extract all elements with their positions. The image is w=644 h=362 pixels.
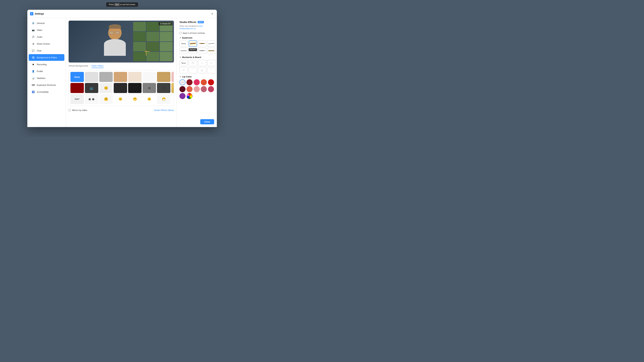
sidebar-item-keyboard-shortcuts[interactable]: ⌨ Keyboard Shortcuts — [29, 82, 64, 88]
filter-dots[interactable] — [114, 83, 127, 93]
eyebrow-none[interactable]: None — [180, 40, 188, 47]
filter-dotsbig[interactable] — [128, 83, 142, 93]
sidebar-item-statistics[interactable]: 📊 Statistics — [29, 75, 64, 81]
apply-checkbox[interactable] — [180, 32, 182, 34]
dialog-close-x-button[interactable]: ✕ — [210, 12, 214, 16]
mustache-m3[interactable]: ○ — [207, 60, 216, 66]
bottom-bar: Mirror my video Studio Effects (Beta) — [68, 108, 174, 112]
lip-none[interactable]: ⊘ — [180, 79, 186, 85]
sidebar-label-video: Video — [37, 29, 42, 31]
filter-face4[interactable]: 🤭 — [128, 94, 142, 104]
sidebar-label-audio: Audio — [37, 36, 42, 38]
lip-rainbow[interactable] — [186, 93, 192, 99]
mustache-title: Mustache & Beard — [182, 56, 201, 58]
gear-icon: ⚙️ — [31, 21, 35, 25]
settings-dialog: Z Settings ✕ ⚙️ General 📷 Video 🎵 Audio … — [27, 10, 217, 127]
filter-emoji-sun[interactable]: 😊 — [99, 83, 113, 93]
filter-white[interactable] — [142, 72, 156, 82]
filter-tv[interactable]: 📺 — [85, 83, 98, 93]
lip-red[interactable] — [208, 79, 214, 85]
video-icon: 📷 — [31, 28, 35, 32]
lip-coral[interactable] — [186, 86, 192, 92]
eyebrows-grid: None Alt Arch — [180, 40, 214, 54]
eyebrow-curve[interactable] — [198, 48, 206, 54]
eyebrow-arch[interactable] — [198, 40, 206, 47]
lip-color-section-header[interactable]: ▼ Lip Color — [180, 75, 214, 78]
feedback-text: Share your feedback to — [180, 25, 198, 27]
mustache-m2[interactable]: ⌣ — [198, 60, 206, 66]
eyebrow-thin[interactable] — [207, 40, 216, 47]
sidebar-item-recording[interactable]: ⏺ Recording — [29, 61, 64, 68]
mustache-chevron: ▼ — [180, 56, 181, 58]
lip-purple[interactable] — [180, 93, 186, 99]
eyebrows-section-header[interactable]: ▼ Eyebrows — [180, 36, 214, 39]
eyebrow-dark[interactable] — [207, 48, 216, 54]
sidebar-label-share-screen: Share Screen — [37, 42, 50, 45]
main-content: 🖐 ↻ Rotate 90° Virtual Backgrounds Video… — [66, 18, 176, 127]
eyebrow-thick[interactable]: Alt Arch — [189, 40, 197, 47]
mirror-check-label[interactable]: Mirror my video — [68, 109, 87, 111]
filter-crosshair[interactable]: ⊕ — [142, 83, 156, 93]
filter-face3[interactable]: 😊 — [114, 94, 127, 104]
mustache-m6[interactable]: ∪ — [198, 67, 206, 73]
filter-grid: None 📺 😊 ⊕ 🖥 🏅 Huh? ◉ ◉ 🤗 😊 — [68, 70, 174, 106]
filter-face1[interactable]: ◉ ◉ — [85, 94, 98, 104]
lip-dark-maroon[interactable] — [180, 86, 186, 92]
sidebar-item-share-screen[interactable]: 🖥 Share Screen — [29, 40, 64, 47]
toast-suffix: to exit full screen — [120, 3, 135, 6]
sidebar-item-accessibility[interactable]: ♿ Accessibility — [29, 88, 64, 95]
tab-video-filters[interactable]: Video Filters — [92, 64, 104, 68]
filter-face5[interactable]: 😐 — [142, 94, 156, 104]
filter-gray2[interactable] — [99, 72, 113, 82]
sidebar-item-general[interactable]: ⚙️ General — [29, 20, 64, 26]
tab-virtual-backgrounds[interactable]: Virtual Backgrounds — [68, 64, 88, 68]
filter-face2[interactable]: 🤗 — [99, 94, 113, 104]
mustache-m7[interactable]: ⌒⌒ — [207, 67, 216, 73]
mustache-m4[interactable]: 〜 — [180, 67, 188, 73]
mustache-none[interactable]: None — [180, 60, 188, 66]
filter-light[interactable] — [128, 72, 142, 82]
video-content: 🖐 — [68, 21, 174, 62]
sidebar-item-audio[interactable]: 🎵 Audio — [29, 33, 64, 40]
apply-check-label[interactable]: Apply to all future meetings — [180, 32, 214, 34]
filter-tan[interactable] — [157, 72, 170, 82]
lip-light-pink[interactable] — [194, 86, 200, 92]
sidebar-item-chat[interactable]: 💬 Chat — [29, 47, 64, 54]
filter-red[interactable] — [70, 83, 84, 93]
lip-orange-red[interactable] — [201, 79, 207, 85]
sidebar-label-general: General — [37, 22, 44, 24]
lip-mauve[interactable] — [201, 86, 207, 92]
filter-medal[interactable]: 🏅 — [172, 83, 174, 93]
sidebar-label-chat: Chat — [37, 49, 41, 52]
audio-icon: 🎵 — [31, 35, 35, 39]
mustache-m5[interactable]: ⌒ — [189, 67, 197, 73]
lip-rose[interactable] — [208, 86, 214, 92]
studio-effects-link[interactable]: Studio Effects (Beta) — [154, 109, 174, 111]
sidebar-item-profile[interactable]: 👤 Profile — [29, 68, 64, 75]
filter-none[interactable]: None — [70, 72, 84, 82]
mirror-checkbox[interactable] — [68, 109, 71, 111]
app-icon: Z — [30, 12, 33, 15]
filter-face6[interactable]: 😷 — [157, 94, 170, 104]
mustache-section-header[interactable]: ▼ Mustache & Beard — [180, 56, 214, 58]
mirror-label: Mirror my video — [72, 109, 87, 111]
eyebrow-med[interactable] — [189, 48, 197, 54]
lip-pink-red[interactable] — [194, 79, 200, 85]
filter-huh[interactable]: Huh? — [70, 94, 84, 104]
mustache-m1[interactable]: 〜 — [189, 60, 197, 66]
filter-screen[interactable]: 🖥 — [157, 83, 170, 93]
keyboard-shortcuts-icon: ⌨ — [31, 83, 35, 87]
lip-dark-red[interactable] — [186, 79, 192, 85]
statistics-icon: 📊 — [31, 76, 35, 80]
titlebar: Z Settings ✕ — [27, 10, 217, 18]
sidebar-item-video[interactable]: 📷 Video — [29, 27, 64, 33]
sidebar-item-background-filters[interactable]: 🖼 Background & Filters — [29, 54, 64, 61]
eyebrow-thin2[interactable] — [180, 48, 188, 54]
rotate-button[interactable]: ↻ Rotate 90° — [158, 22, 172, 25]
filter-face7[interactable]: 🥸 — [172, 94, 174, 104]
filter-pink[interactable] — [172, 72, 174, 82]
filter-gray1[interactable] — [85, 72, 98, 82]
close-button[interactable]: Close — [200, 119, 214, 124]
filter-skin[interactable] — [114, 72, 127, 82]
toast-key: Esc — [114, 3, 120, 6]
